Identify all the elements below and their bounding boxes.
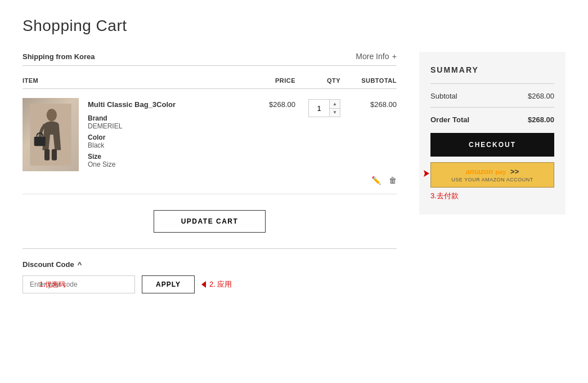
- summary-title: SUMMARY: [430, 65, 554, 74]
- item-image: [23, 98, 79, 171]
- item-name: Multi Classic Bag_3Color: [88, 100, 176, 109]
- subtotal-value: $268.00: [528, 92, 554, 100]
- qty-arrows: ▲ ▼: [329, 100, 340, 117]
- qty-stepper[interactable]: ▲ ▼: [308, 99, 340, 117]
- svg-rect-2: [34, 137, 46, 146]
- amazon-sub-text: USE YOUR AMAZON ACCOUNT: [451, 177, 533, 182]
- summary-divider-2: [430, 107, 554, 108]
- summary-panel: SUMMARY Subtotal $268.00 Order Total $26…: [419, 52, 565, 215]
- edit-icon[interactable]: ✏️: [371, 176, 381, 185]
- item-price: $268.00: [239, 98, 295, 109]
- item-image-figure: [23, 98, 79, 171]
- annotation-2: 2. 应用: [201, 279, 232, 290]
- amazon-pay-button[interactable]: amazon pay >> USE YOUR AMAZON ACCOUNT: [430, 162, 554, 188]
- delete-icon[interactable]: 🗑: [389, 176, 397, 185]
- summary-subtotal-row: Subtotal $268.00: [430, 92, 554, 100]
- qty-up-button[interactable]: ▲: [330, 100, 340, 109]
- col-qty-label: QTY: [295, 77, 340, 84]
- amazon-pay-text: amazon pay >>: [466, 167, 519, 176]
- page-title: Shopping Cart: [23, 17, 565, 35]
- col-subtotal-label: SUBTOTAL: [340, 77, 397, 84]
- item-subtotal: $268.00: [340, 98, 397, 109]
- svg-marker-5: [424, 170, 429, 177]
- discount-input-row: 1.优惠码 APPLY 2. 应用: [23, 275, 397, 293]
- item-details: Multi Classic Bag_3Color Brand DEMERIEL …: [88, 98, 176, 171]
- item-qty-wrapper: ▲ ▼: [295, 98, 340, 117]
- annotation-2-text: 2. 应用: [209, 279, 232, 290]
- apply-button[interactable]: APPLY: [142, 275, 195, 293]
- amazon-logo-text: amazon: [466, 167, 493, 176]
- discount-section: Discount Code ^ 1.优惠码 APPLY 2. 应用: [23, 260, 397, 293]
- color-value: Black: [88, 141, 176, 149]
- svg-rect-4: [52, 149, 57, 161]
- shipping-bar: Shipping from Korea More Info +: [23, 52, 397, 66]
- cart-item-actions-row: ✏️ 🗑: [23, 171, 397, 194]
- size-value: One Size: [88, 161, 176, 168]
- more-info-link[interactable]: More Info +: [354, 52, 397, 61]
- discount-label-text: Discount Code: [23, 260, 74, 269]
- update-cart-row: UPDATE CART: [23, 194, 397, 248]
- amazon-pay-area: amazon pay >> USE YOUR AMAZON ACCOUNT 3.…: [430, 162, 554, 201]
- update-cart-button[interactable]: UPDATE CART: [154, 210, 266, 233]
- brand-value: DEMERIEL: [88, 122, 176, 130]
- color-label: Color: [88, 133, 176, 141]
- discount-input[interactable]: [23, 275, 135, 293]
- order-total-label: Order Total: [430, 115, 469, 124]
- annotation-3-text: 3.去付款: [430, 191, 554, 201]
- subtotal-label: Subtotal: [430, 92, 457, 100]
- cart-section: Shipping from Korea More Info + ITEM PRI…: [23, 52, 397, 293]
- shipping-label: Shipping from Korea: [23, 52, 95, 61]
- order-total-value: $268.00: [528, 115, 554, 124]
- chevron-up-icon: ^: [78, 260, 82, 269]
- cart-header: ITEM PRICE QTY SUBTOTAL: [23, 73, 397, 89]
- annotation-3-arrow: [420, 168, 432, 179]
- annotation-arrow-left: [201, 281, 206, 288]
- svg-point-1: [47, 109, 57, 121]
- qty-input[interactable]: [309, 100, 329, 117]
- item-info: Multi Classic Bag_3Color Brand DEMERIEL …: [23, 98, 239, 171]
- summary-divider: [430, 83, 554, 84]
- cart-bottom-line: [23, 248, 397, 249]
- cart-item: Multi Classic Bag_3Color Brand DEMERIEL …: [23, 89, 397, 171]
- summary-total-row: Order Total $268.00: [430, 115, 554, 124]
- discount-label[interactable]: Discount Code ^: [23, 260, 397, 269]
- brand-label: Brand: [88, 114, 176, 122]
- col-item-label: ITEM: [23, 77, 239, 84]
- col-price-label: PRICE: [239, 77, 295, 84]
- svg-rect-3: [44, 149, 50, 161]
- main-layout: Shipping from Korea More Info + ITEM PRI…: [23, 52, 565, 293]
- qty-down-button[interactable]: ▼: [330, 109, 340, 117]
- checkout-button[interactable]: CHECKOUT: [430, 133, 554, 157]
- size-label: Size: [88, 153, 176, 161]
